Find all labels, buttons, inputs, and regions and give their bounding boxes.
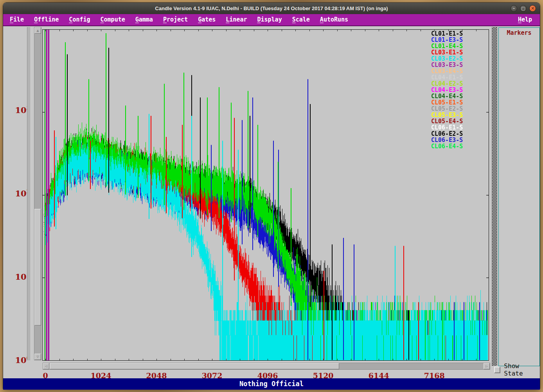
status-bar: Nothing Official (3, 378, 540, 390)
menu-bar: FileOfflineConfigComputeGammaProjectGate… (3, 14, 540, 26)
show-state-checkbox[interactable] (494, 367, 500, 373)
spectrum-legend: CL01-E1-SCL01-E3-SCL01-E4-SCL03-E1-SCL03… (431, 31, 463, 149)
legend-entry: CL06-E3-S (431, 137, 463, 143)
horizontal-scrollbar-thumb[interactable] (50, 363, 339, 369)
plot-area[interactable]: CL01-E1-SCL01-E3-SCL01-E4-SCL03-E1-SCL03… (42, 29, 489, 361)
menu-item-file[interactable]: File (10, 14, 24, 25)
markers-panel-title: Markers (499, 29, 539, 36)
vertical-scrollbar[interactable]: ▲ ▽ (34, 27, 41, 360)
markers-panel: Markers (498, 27, 540, 366)
legend-entry: CL03-E4-S (431, 68, 463, 74)
scroll-right-button[interactable]: ▷ (484, 363, 490, 369)
menu-item-scale[interactable]: Scale (292, 14, 310, 25)
legend-entry: CL05-E4-S (431, 118, 463, 124)
app-window: Candle Version 4.1-9 IUAC, N.Delhi - BUI… (3, 2, 540, 390)
y-axis-labels: 103102101100 (3, 26, 30, 363)
legend-entry: CL05-E2-S (431, 106, 463, 112)
status-text: Nothing Official (239, 380, 304, 388)
scroll-down-button[interactable]: ▽ (34, 354, 41, 360)
legend-entry: CL06-E2-S (431, 131, 463, 137)
legend-entry: CL03-E2-S (431, 56, 463, 62)
menu-item-compute[interactable]: Compute (101, 14, 125, 25)
menu-items: FileOfflineConfigComputeGammaProjectGate… (3, 16, 348, 23)
legend-entry: CL04-E3-S (431, 87, 463, 93)
horizontal-scrollbar[interactable]: ◁ ▷ (43, 363, 490, 370)
panel-splitter[interactable] (492, 27, 497, 366)
menu-item-gamma[interactable]: Gamma (135, 14, 153, 25)
menu-item-autoruns[interactable]: AutoRuns (320, 14, 348, 25)
scroll-left-button[interactable]: ◁ (43, 363, 49, 369)
legend-entry: CL01-E4-S (431, 43, 463, 49)
legend-entry: CL04-E1-S (431, 74, 463, 81)
legend-entry: CL01-E1-S (431, 31, 463, 37)
window-controls: –▢✕ (511, 5, 536, 12)
scroll-up-button[interactable]: ▲ (34, 27, 41, 34)
menu-item-help[interactable]: Help (518, 14, 532, 25)
menu-item-display[interactable]: Display (257, 14, 282, 25)
legend-entry: CL03-E3-S (431, 62, 463, 68)
legend-entry: CL01-E3-S (431, 37, 463, 43)
menu-item-config[interactable]: Config (69, 14, 90, 25)
legend-entry: CL04-E4-S (431, 93, 463, 99)
legend-entry: CL06-E1-S (431, 124, 463, 131)
maximize-button[interactable]: ▢ (520, 5, 527, 12)
show-state-label: Show State (504, 362, 540, 377)
legend-entry: CL05-E3-S (431, 112, 463, 118)
minimize-button[interactable]: – (511, 5, 517, 12)
close-button[interactable]: ✕ (529, 5, 536, 12)
window-title: Candle Version 4.1-9 IUAC, N.Delhi - BUI… (155, 5, 388, 11)
menu-item-linear[interactable]: Linear (226, 14, 247, 25)
spectra-canvas[interactable] (43, 30, 489, 360)
title-bar[interactable]: Candle Version 4.1-9 IUAC, N.Delhi - BUI… (3, 3, 540, 14)
legend-entry: CL05-E1-S (431, 99, 463, 106)
legend-entry: CL06-E4-S (431, 143, 463, 149)
legend-entry: CL03-E1-S (431, 49, 463, 56)
menu-item-offline[interactable]: Offline (34, 14, 59, 25)
menu-item-project[interactable]: Project (163, 14, 188, 25)
legend-entry: CL04-E2-S (431, 81, 463, 87)
menu-item-gates[interactable]: Gates (198, 14, 216, 25)
vertical-scrollbar-thumb[interactable] (34, 209, 41, 325)
left-groove (27, 27, 31, 360)
